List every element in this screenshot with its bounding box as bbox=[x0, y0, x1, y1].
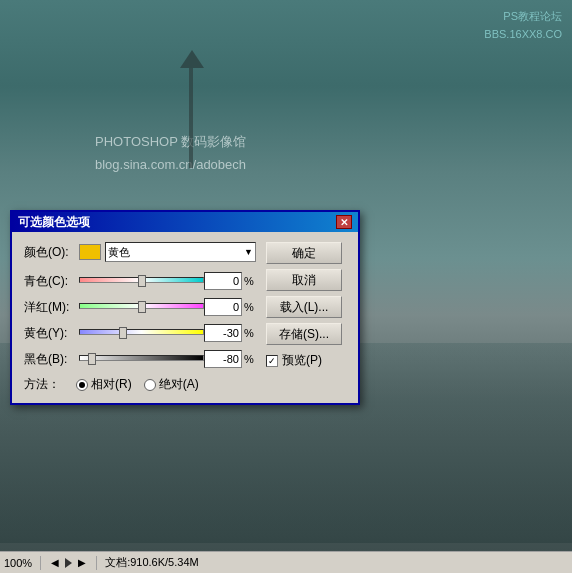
yellow-track-container bbox=[79, 329, 204, 337]
watermark-line1: PS教程论坛 bbox=[484, 8, 562, 26]
load-button[interactable]: 载入(L)... bbox=[266, 296, 342, 318]
black-slider-row: 黑色(B): % bbox=[24, 350, 256, 368]
pole-shape bbox=[189, 68, 193, 168]
black-label: 黑色(B): bbox=[24, 351, 79, 368]
center-text-line1: PHOTOSHOP 数码影像馆 bbox=[95, 130, 246, 153]
cyan-unit: % bbox=[244, 275, 256, 287]
radio-relative-label: 相对(R) bbox=[91, 376, 132, 393]
yellow-input[interactable] bbox=[204, 324, 242, 342]
dialog-title: 可选颜色选项 bbox=[18, 214, 90, 231]
black-input[interactable] bbox=[204, 350, 242, 368]
yellow-track[interactable] bbox=[79, 329, 204, 335]
black-track-container bbox=[79, 355, 204, 363]
method-label: 方法： bbox=[24, 376, 60, 393]
status-bar: 100% ◀ ▶ 文档:910.6K/5.34M bbox=[0, 551, 572, 573]
preview-row: ✓ 预览(P) bbox=[266, 352, 346, 369]
save-button[interactable]: 存储(S)... bbox=[266, 323, 342, 345]
play-icon[interactable] bbox=[65, 558, 72, 568]
preview-checkbox[interactable]: ✓ bbox=[266, 355, 278, 367]
status-divider-2 bbox=[96, 556, 97, 570]
black-unit: % bbox=[244, 353, 256, 365]
yellow-label: 黄色(Y): bbox=[24, 325, 79, 342]
magenta-label: 洋红(M): bbox=[24, 299, 79, 316]
dialog-right-panel: 确定 取消 载入(L)... 存储(S)... ✓ 预览(P) bbox=[266, 242, 346, 393]
radio-absolute-label: 绝对(A) bbox=[159, 376, 199, 393]
document-info: 文档:910.6K/5.34M bbox=[105, 555, 199, 570]
arrow-icon bbox=[180, 50, 204, 68]
color-dropdown-value: 黄色 bbox=[108, 245, 130, 260]
radio-relative[interactable] bbox=[76, 379, 88, 391]
prev-arrow-icon[interactable]: ◀ bbox=[49, 557, 61, 569]
status-divider-1 bbox=[40, 556, 41, 570]
dialog-titlebar: 可选颜色选项 ✕ bbox=[12, 212, 358, 232]
color-swatch bbox=[79, 244, 101, 260]
yellow-thumb[interactable] bbox=[119, 327, 127, 339]
magenta-track-container bbox=[79, 303, 204, 311]
magenta-slider-row: 洋红(M): % bbox=[24, 298, 256, 316]
cyan-label: 青色(C): bbox=[24, 273, 79, 290]
chevron-down-icon: ▼ bbox=[244, 247, 253, 257]
zoom-level: 100% bbox=[4, 557, 32, 569]
close-button[interactable]: ✕ bbox=[336, 215, 352, 229]
next-arrow-icon[interactable]: ▶ bbox=[76, 557, 88, 569]
watermark: PS教程论坛 BBS.16XX8.CO bbox=[484, 8, 562, 43]
center-text: PHOTOSHOP 数码影像馆 blog.sina.com.cn/adobech bbox=[95, 130, 246, 177]
selective-color-dialog: 可选颜色选项 ✕ 颜色(O): 黄色 ▼ 青色(C): bbox=[10, 210, 360, 405]
magenta-track[interactable] bbox=[79, 303, 204, 309]
cyan-track-container bbox=[79, 277, 204, 285]
preview-label: 预览(P) bbox=[282, 352, 322, 369]
cyan-input[interactable] bbox=[204, 272, 242, 290]
magenta-unit: % bbox=[244, 301, 256, 313]
magenta-thumb[interactable] bbox=[138, 301, 146, 313]
cancel-button[interactable]: 取消 bbox=[266, 269, 342, 291]
yellow-slider-row: 黄色(Y): % bbox=[24, 324, 256, 342]
color-selector-row: 颜色(O): 黄色 ▼ bbox=[24, 242, 256, 262]
black-thumb[interactable] bbox=[88, 353, 96, 365]
dialog-body: 颜色(O): 黄色 ▼ 青色(C): % 洋红 bbox=[12, 232, 358, 403]
radio-absolute-group: 绝对(A) bbox=[144, 376, 199, 393]
magenta-input[interactable] bbox=[204, 298, 242, 316]
radio-relative-group: 相对(R) bbox=[76, 376, 132, 393]
black-track[interactable] bbox=[79, 355, 204, 361]
center-text-line2: blog.sina.com.cn/adobech bbox=[95, 153, 246, 176]
color-selector-label: 颜色(O): bbox=[24, 244, 79, 261]
color-dropdown[interactable]: 黄色 ▼ bbox=[105, 242, 256, 262]
confirm-button[interactable]: 确定 bbox=[266, 242, 342, 264]
method-row: 方法： 相对(R) 绝对(A) bbox=[24, 376, 256, 393]
dialog-left-panel: 颜色(O): 黄色 ▼ 青色(C): % 洋红 bbox=[24, 242, 256, 393]
cyan-thumb[interactable] bbox=[138, 275, 146, 287]
watermark-line2: BBS.16XX8.CO bbox=[484, 26, 562, 44]
cyan-track[interactable] bbox=[79, 277, 204, 283]
yellow-unit: % bbox=[244, 327, 256, 339]
cyan-slider-row: 青色(C): % bbox=[24, 272, 256, 290]
radio-absolute[interactable] bbox=[144, 379, 156, 391]
